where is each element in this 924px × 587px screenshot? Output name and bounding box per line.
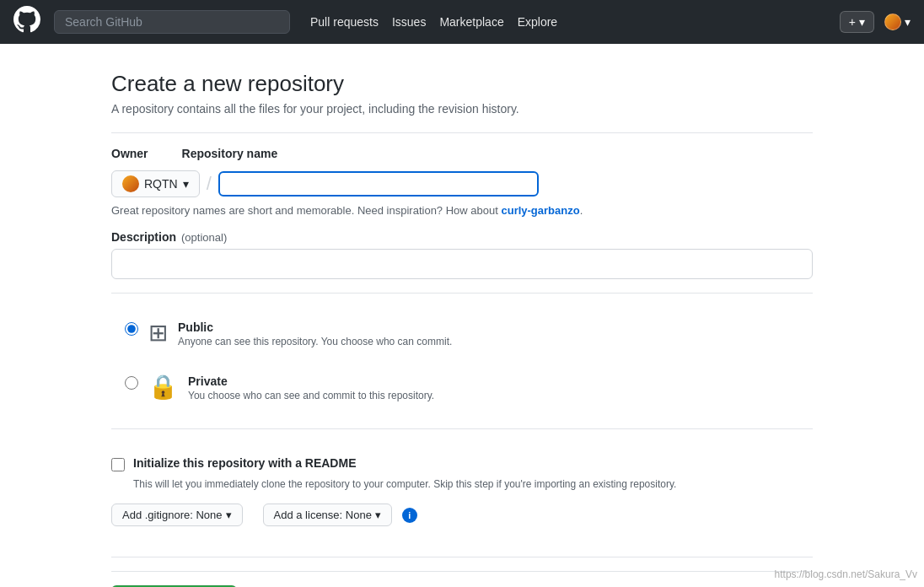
- footer-url: https://blog.csdn.net/Sakura_Vv: [775, 568, 917, 580]
- create-section: Create repository: [111, 571, 813, 587]
- init-section: Initialize this repository with a README…: [111, 443, 813, 540]
- public-desc: Anyone can see this repository. You choo…: [178, 336, 799, 347]
- init-divider: [111, 428, 813, 429]
- owner-dropdown-caret: ▾: [183, 177, 189, 191]
- dropdown-caret: ▾: [859, 15, 865, 29]
- page-subtitle: A repository contains all the files for …: [111, 102, 813, 116]
- add-buttons-row: Add .gitignore: None ▾ Add a license: No…: [111, 504, 813, 526]
- visibility-section: ⊞ Public Anyone can see this repository.…: [111, 310, 813, 412]
- private-label: Private: [188, 374, 799, 388]
- owner-avatar: [122, 175, 139, 192]
- header: Pull requests Issues Marketplace Explore…: [0, 0, 924, 44]
- private-option[interactable]: 🔒 Private You choose who can see and com…: [111, 364, 813, 412]
- owner-name: RQTN: [144, 177, 178, 191]
- description-input[interactable]: [111, 249, 813, 279]
- optional-tag: (optional): [181, 231, 227, 244]
- new-button[interactable]: + ▾: [840, 11, 874, 33]
- add-gitignore-label: Add .gitignore: None: [122, 509, 223, 521]
- inspiration-link[interactable]: curly-garbanzo: [501, 204, 579, 217]
- public-radio[interactable]: [125, 322, 138, 336]
- private-desc: You choose who can see and commit to thi…: [188, 390, 799, 401]
- init-option: Initialize this repository with a README: [111, 456, 813, 471]
- nav-marketplace[interactable]: Marketplace: [439, 15, 503, 29]
- repo-name-label: Repository name: [182, 147, 278, 160]
- add-license-label: Add a license: None: [274, 509, 372, 521]
- description-group: Description (optional): [111, 230, 813, 279]
- public-label: Public: [178, 320, 799, 334]
- mid-divider: [111, 293, 813, 294]
- public-info: Public Anyone can see this repository. Y…: [178, 320, 799, 347]
- public-option[interactable]: ⊞ Public Anyone can see this repository.…: [111, 310, 813, 358]
- avatar: [884, 13, 901, 30]
- main-content: Create a new repository A repository con…: [91, 44, 833, 587]
- search-input[interactable]: [54, 10, 290, 34]
- info-icon[interactable]: i: [402, 508, 417, 523]
- gitignore-dropdown-caret: ▾: [226, 509, 232, 521]
- owner-repo-group: Owner Repository name RQTN ▾ / Great rep…: [111, 147, 813, 217]
- nav-pull-requests[interactable]: Pull requests: [310, 15, 379, 29]
- init-checkbox[interactable]: [111, 458, 125, 471]
- init-label: Initialize this repository with a README: [133, 456, 356, 470]
- header-nav: Pull requests Issues Marketplace Explore: [310, 15, 557, 29]
- header-right: + ▾ ▾: [840, 11, 911, 33]
- owner-label: Owner: [111, 147, 148, 160]
- bottom-divider: [111, 557, 813, 557]
- avatar-caret: ▾: [905, 15, 911, 29]
- plus-icon: +: [849, 15, 856, 29]
- nav-explore[interactable]: Explore: [518, 15, 557, 29]
- page-title: Create a new repository: [111, 71, 813, 97]
- description-label: Description (optional): [111, 230, 813, 244]
- repo-name-input[interactable]: [218, 171, 539, 197]
- private-icon: 🔒: [148, 373, 178, 401]
- add-gitignore-button[interactable]: Add .gitignore: None ▾: [111, 504, 243, 526]
- add-license-button[interactable]: Add a license: None ▾: [263, 504, 392, 526]
- user-menu[interactable]: ▾: [884, 13, 911, 30]
- slash-separator: /: [207, 173, 212, 195]
- private-info: Private You choose who can see and commi…: [188, 374, 799, 401]
- owner-repo-row: RQTN ▾ /: [111, 170, 813, 197]
- license-dropdown-caret: ▾: [375, 509, 381, 521]
- github-logo[interactable]: [13, 6, 40, 38]
- inspiration-text: Great repository names are short and mem…: [111, 204, 813, 217]
- private-radio[interactable]: [125, 376, 138, 390]
- init-desc: This will let you immediately clone the …: [133, 478, 813, 490]
- owner-select[interactable]: RQTN ▾: [111, 170, 200, 197]
- top-divider: [111, 132, 813, 133]
- nav-issues[interactable]: Issues: [392, 15, 426, 29]
- public-icon: ⊞: [148, 319, 168, 347]
